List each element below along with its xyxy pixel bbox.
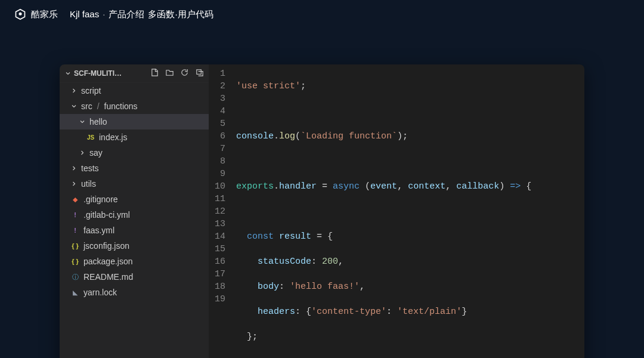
json-file-icon: { } <box>70 241 80 251</box>
folder-label: src <box>81 101 92 111</box>
folder-script[interactable]: script <box>60 83 209 98</box>
ide-window: SCF-MULITI… script src/functions hello J… <box>60 64 584 358</box>
file-explorer: SCF-MULITI… script src/functions hello J… <box>60 64 209 358</box>
yml-file-icon: ! <box>70 226 80 235</box>
explorer-header: SCF-MULITI… <box>60 64 209 83</box>
collapse-icon[interactable] <box>195 68 204 79</box>
js-file-icon: JS <box>86 132 95 142</box>
breadcrumb-product[interactable]: Kjl faas <box>70 9 99 20</box>
file-package-json[interactable]: { } package.json <box>60 254 209 269</box>
file-label: README.md <box>83 272 133 282</box>
chevron-down-icon <box>70 103 78 110</box>
file-label: jsconfig.json <box>83 241 129 251</box>
brand-icon <box>14 8 26 20</box>
file-label: yarn.lock <box>83 288 117 297</box>
folder-src[interactable]: src/functions <box>60 98 209 114</box>
folder-label: tests <box>81 163 99 173</box>
file-jsconfig[interactable]: { } jsconfig.json <box>60 238 209 254</box>
brand-text: 酷家乐 <box>31 9 58 20</box>
folder-label: functions <box>104 101 138 111</box>
project-root[interactable]: SCF-MULITI… <box>64 69 147 78</box>
breadcrumb-nav1[interactable]: 产品介绍 <box>109 9 144 20</box>
folder-tests[interactable]: tests <box>60 161 209 176</box>
folder-label: hello <box>89 117 107 126</box>
yml-file-icon: ! <box>70 210 80 220</box>
brand-logo[interactable]: 酷家乐 <box>14 8 58 20</box>
chevron-right-icon <box>70 180 78 187</box>
line-gutter: 12345678910111213141516171819 <box>209 64 236 358</box>
chevron-down-icon <box>64 70 72 77</box>
new-file-icon[interactable] <box>150 68 159 79</box>
folder-hello[interactable]: hello <box>60 114 209 129</box>
file-label: .gitlab-ci.yml <box>83 210 130 220</box>
chevron-down-icon <box>79 118 86 125</box>
folder-label: script <box>81 86 101 95</box>
folder-label: say <box>89 148 103 158</box>
file-faas-yml[interactable]: ! faas.yml <box>60 223 209 238</box>
file-yarn-lock[interactable]: ◣ yarn.lock <box>60 285 209 300</box>
file-label: faas.yml <box>83 226 114 235</box>
folder-label: utils <box>81 179 96 189</box>
chevron-right-icon <box>70 87 78 94</box>
refresh-icon[interactable] <box>180 68 189 79</box>
file-readme[interactable]: ⓘ README.md <box>60 269 209 285</box>
file-label: index.js <box>99 132 127 142</box>
chevron-right-icon <box>70 165 78 172</box>
project-root-label: SCF-MULITI… <box>74 69 122 78</box>
file-gitignore[interactable]: ◆ .gitignore <box>60 192 209 207</box>
svg-rect-1 <box>197 70 202 75</box>
file-label: .gitignore <box>83 195 118 204</box>
breadcrumb: Kjl faas · 产品介绍 多函数·用户代码 <box>70 9 213 20</box>
new-folder-icon[interactable] <box>165 68 174 79</box>
breadcrumb-sep: · <box>103 9 105 20</box>
json-file-icon: { } <box>70 257 80 266</box>
page-header: 酷家乐 Kjl faas · 产品介绍 多函数·用户代码 <box>0 0 644 29</box>
file-gitlab-ci[interactable]: ! .gitlab-ci.yml <box>60 207 209 223</box>
folder-utils[interactable]: utils <box>60 176 209 192</box>
git-file-icon: ◆ <box>70 195 80 204</box>
code-content[interactable]: 'use strict'; console.log(`Loading funct… <box>236 64 531 358</box>
lock-file-icon: ◣ <box>70 288 80 297</box>
chevron-right-icon <box>79 149 86 156</box>
folder-say[interactable]: say <box>60 145 209 161</box>
file-label: package.json <box>83 257 133 266</box>
breadcrumb-nav2[interactable]: 多函数·用户代码 <box>148 9 213 20</box>
svg-point-0 <box>19 13 22 16</box>
code-editor[interactable]: 12345678910111213141516171819 'use stric… <box>209 64 584 358</box>
file-index-js[interactable]: JS index.js <box>60 129 209 145</box>
md-file-icon: ⓘ <box>70 272 80 282</box>
